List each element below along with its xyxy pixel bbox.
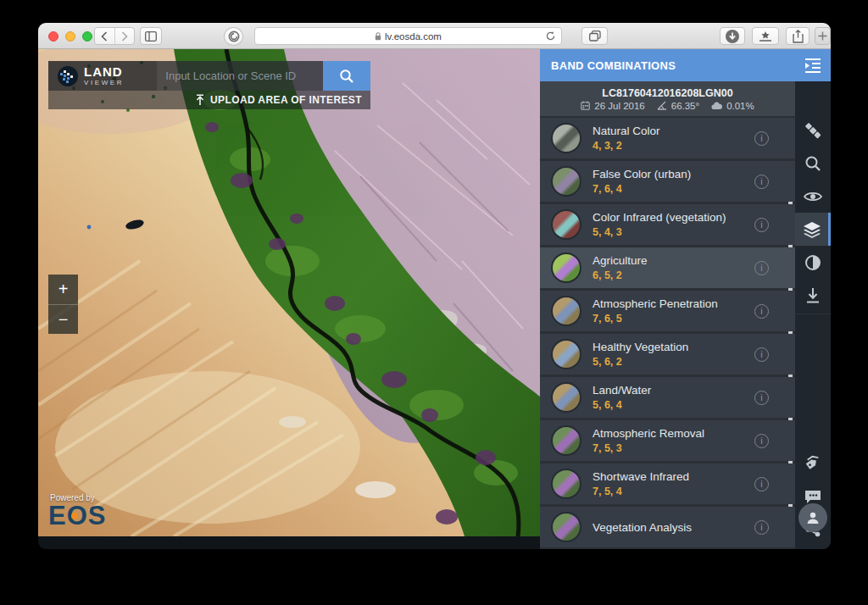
band-numbers: 7, 5, 4 xyxy=(593,486,689,497)
tab-overview-icon xyxy=(589,31,601,42)
reload-button[interactable] xyxy=(545,31,556,42)
band-combination-item[interactable]: Agriculture 6, 5, 2 i xyxy=(540,247,795,288)
info-icon[interactable]: i xyxy=(754,175,769,189)
forward-icon xyxy=(121,31,128,42)
tags-icon xyxy=(804,455,822,472)
user-account-button[interactable] xyxy=(798,503,827,532)
band-name: Atmospheric Penetration xyxy=(593,297,718,310)
band-numbers: 7, 6, 4 xyxy=(593,183,691,195)
panel-title: BAND COMBINATIONS xyxy=(551,59,676,72)
scene-cloud-cover: 0.01% xyxy=(711,101,754,111)
band-combination-item[interactable]: Shortwave Infrared 7, 5, 4 i xyxy=(540,463,795,504)
satellite-icon xyxy=(804,122,821,139)
upload-area-of-interest-button[interactable]: UPLOAD AREA OF INTEREST xyxy=(48,91,370,109)
info-icon[interactable]: i xyxy=(754,131,769,146)
satellite-imagery xyxy=(38,49,540,536)
share-page-button[interactable] xyxy=(786,27,810,45)
close-window-button[interactable] xyxy=(48,31,58,42)
scene-id: LC81760412016208LGN00 xyxy=(602,87,732,99)
band-thumbnail xyxy=(551,296,581,326)
sun-elevation-icon xyxy=(657,101,667,110)
band-name: Vegetation Analysis xyxy=(593,521,692,534)
map-canvas[interactable]: LAND VIEWER UPLOAD AREA OF INTEREST xyxy=(38,49,540,536)
tools-sidebar xyxy=(795,49,831,549)
info-icon[interactable]: i xyxy=(754,347,769,362)
band-name: Healthy Vegetation xyxy=(593,341,688,353)
info-icon[interactable]: i xyxy=(754,477,769,491)
band-combination-item[interactable]: Vegetation Analysis i xyxy=(540,507,795,547)
cloud-icon xyxy=(711,102,722,110)
comments-icon xyxy=(804,489,821,504)
panel-header: BAND COMBINATIONS xyxy=(540,49,795,81)
tab-overview-button[interactable] xyxy=(581,27,608,45)
band-thumbnail xyxy=(551,123,581,153)
band-numbers: 7, 6, 5 xyxy=(593,313,718,325)
layers-tool-button[interactable] xyxy=(795,213,831,246)
forward-button[interactable] xyxy=(114,28,135,44)
band-name: False Color (urban) xyxy=(593,168,691,180)
address-bar[interactable]: lv.eosda.com xyxy=(254,27,562,45)
band-combination-item[interactable]: Natural Color 4, 3, 2 i xyxy=(540,118,795,158)
powered-by-eos-logo[interactable]: Powered by EOS xyxy=(48,493,106,529)
sidebar-toggle-icon xyxy=(145,31,157,42)
band-thumbnail xyxy=(551,253,581,283)
band-numbers: 7, 5, 3 xyxy=(593,442,704,454)
map-zoom-control: + − xyxy=(48,275,78,334)
collapse-panel-button[interactable] xyxy=(795,49,831,81)
map-search-block: LAND VIEWER UPLOAD AREA OF INTEREST xyxy=(48,61,370,109)
band-combination-item[interactable]: Color Infrared (vegetation) 5, 4, 3 i xyxy=(540,204,795,245)
minimize-window-button[interactable] xyxy=(65,31,75,42)
visibility-tool-button[interactable] xyxy=(795,180,831,213)
band-combination-item[interactable]: Atmospheric Penetration 7, 6, 5 i xyxy=(540,291,795,331)
browser-titlebar: lv.eosda.com xyxy=(38,23,831,49)
download-icon xyxy=(805,287,821,303)
eos-dot xyxy=(71,513,78,519)
url-text: lv.eosda.com xyxy=(385,31,442,42)
satellite-tool-button[interactable] xyxy=(795,114,831,147)
contrast-icon xyxy=(804,254,821,271)
search-tool-button[interactable] xyxy=(795,147,831,180)
info-icon[interactable]: i xyxy=(754,261,769,275)
downloads-button[interactable] xyxy=(720,27,745,45)
band-numbers: 5, 6, 2 xyxy=(593,356,688,368)
band-thumbnail xyxy=(551,469,581,499)
scene-date: 26 Jul 2016 xyxy=(581,101,644,111)
browser-window: lv.eosda.com xyxy=(38,23,831,549)
upload-icon xyxy=(195,94,205,106)
search-input[interactable] xyxy=(157,61,323,91)
band-combination-item[interactable]: Land/Water 5, 6, 4 i xyxy=(540,377,795,418)
band-name: Color Infrared (vegetation) xyxy=(593,211,726,224)
back-button[interactable] xyxy=(95,28,114,44)
zoom-in-button[interactable]: + xyxy=(48,275,78,304)
screenshot-stage: lv.eosda.com xyxy=(0,0,868,605)
band-combinations-list: Natural Color 4, 3, 2 i False Color (urb… xyxy=(540,116,795,549)
band-combination-item[interactable]: False Color (urban) 7, 6, 4 i xyxy=(540,161,795,202)
new-tab-button[interactable] xyxy=(815,27,831,45)
search-icon xyxy=(339,69,354,84)
info-icon[interactable]: i xyxy=(754,391,769,405)
contrast-tool-button[interactable] xyxy=(795,246,831,279)
band-numbers: 4, 3, 2 xyxy=(593,140,660,152)
browser-sidebar-toggle-button[interactable] xyxy=(140,27,162,45)
download-tool-button[interactable] xyxy=(795,279,831,312)
info-icon[interactable]: i xyxy=(754,218,769,232)
band-name: Agriculture xyxy=(593,254,648,267)
band-thumbnail xyxy=(551,339,581,369)
info-icon[interactable]: i xyxy=(754,434,769,448)
tags-tool-button[interactable] xyxy=(795,447,831,480)
extension-button[interactable] xyxy=(224,27,243,46)
band-name: Shortwave Infrared xyxy=(593,470,689,483)
landviewer-logo[interactable]: LAND VIEWER xyxy=(48,61,157,91)
favorites-icon xyxy=(759,31,772,42)
info-icon[interactable]: i xyxy=(754,520,769,535)
info-icon[interactable]: i xyxy=(754,304,769,319)
share-page-icon xyxy=(793,30,804,43)
fullscreen-window-button[interactable] xyxy=(82,31,92,42)
favorites-button[interactable] xyxy=(752,27,779,45)
lock-icon xyxy=(375,32,381,41)
band-combination-item[interactable]: Atmospheric Removal 7, 5, 3 i xyxy=(540,420,795,461)
search-button[interactable] xyxy=(323,61,370,91)
band-combination-item[interactable]: Healthy Vegetation 5, 6, 2 i xyxy=(540,334,795,375)
user-icon xyxy=(806,511,820,525)
zoom-out-button[interactable]: − xyxy=(48,304,78,334)
